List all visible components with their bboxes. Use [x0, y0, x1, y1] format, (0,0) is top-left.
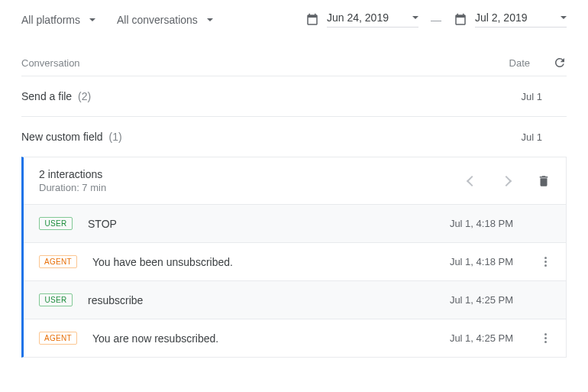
conversation-title: New custom field (1): [21, 131, 522, 143]
chevron-down-icon: [89, 18, 95, 21]
chevron-down-icon: [207, 18, 213, 21]
message-row: USER STOP Jul 1, 4:18 PM: [24, 204, 566, 242]
message-text: resubscribe: [88, 294, 450, 306]
more-icon[interactable]: [540, 257, 551, 267]
title-text: Send a file: [21, 90, 72, 102]
message-text: You have been unsubscribed.: [92, 256, 450, 268]
interactions-duration: Duration: 7 min: [39, 182, 468, 193]
list-header: Conversation Date: [0, 39, 588, 76]
date-start-input[interactable]: Jun 24, 2019: [327, 11, 418, 28]
message-text: You are now resubscribed.: [92, 332, 450, 345]
date-range-separator: —: [431, 14, 441, 26]
date-end-input[interactable]: Jul 2, 2019: [475, 11, 567, 28]
chevron-left-icon[interactable]: [467, 175, 477, 186]
message-row: AGENT You have been unsubscribed. Jul 1,…: [24, 242, 566, 280]
expanded-conversation: 2 interactions Duration: 7 min USER STOP…: [21, 157, 567, 358]
date-start-text: Jun 24, 2019: [327, 11, 389, 24]
calendar-icon[interactable]: [305, 13, 319, 27]
chevron-down-icon: [561, 16, 567, 19]
expanded-header: 2 interactions Duration: 7 min: [24, 157, 566, 204]
role-badge-agent: AGENT: [39, 332, 77, 345]
title-text: New custom field: [21, 131, 103, 143]
nav-arrows: [468, 177, 510, 185]
conversation-row[interactable]: Send a file (2) Jul 1: [0, 76, 588, 116]
platform-label: All platforms: [21, 14, 80, 26]
message-time: Jul 1, 4:25 PM: [450, 294, 513, 306]
header-conversation: Conversation: [21, 57, 509, 69]
conversations-label: All conversations: [117, 14, 198, 26]
count-text: (2): [78, 90, 91, 102]
conversation-row[interactable]: New custom field (1) Jul 1: [0, 117, 588, 157]
message-text: STOP: [88, 218, 450, 230]
calendar-icon[interactable]: [454, 13, 467, 27]
conversation-date: Jul 1: [522, 131, 542, 143]
platform-dropdown[interactable]: All platforms: [21, 14, 95, 26]
chevron-down-icon: [412, 16, 418, 19]
message-time: Jul 1, 4:18 PM: [450, 218, 513, 229]
message-time: Jul 1, 4:18 PM: [450, 256, 513, 267]
refresh-icon[interactable]: [553, 56, 567, 70]
chevron-right-icon[interactable]: [501, 175, 512, 186]
date-end-text: Jul 2, 2019: [475, 11, 528, 24]
count-text: (1): [108, 131, 121, 143]
date-range-picker: Jun 24, 2019 — Jul 2, 2019: [305, 11, 567, 28]
conversation-title: Send a file (2): [21, 90, 522, 102]
header-date: Date: [509, 57, 530, 69]
role-badge-user: USER: [39, 217, 73, 230]
conversations-dropdown[interactable]: All conversations: [117, 14, 213, 26]
role-badge-user: USER: [39, 293, 73, 306]
filter-bar: All platforms All conversations Jun 24, …: [0, 0, 588, 39]
message-time: Jul 1, 4:25 PM: [450, 332, 513, 344]
role-badge-agent: AGENT: [39, 255, 77, 268]
more-icon[interactable]: [540, 333, 551, 343]
message-row: USER resubscribe Jul 1, 4:25 PM: [24, 280, 566, 319]
conversation-date: Jul 1: [522, 91, 542, 102]
message-row: AGENT You are now resubscribed. Jul 1, 4…: [24, 319, 566, 357]
interactions-title: 2 interactions: [39, 168, 468, 180]
trash-icon[interactable]: [537, 174, 551, 188]
